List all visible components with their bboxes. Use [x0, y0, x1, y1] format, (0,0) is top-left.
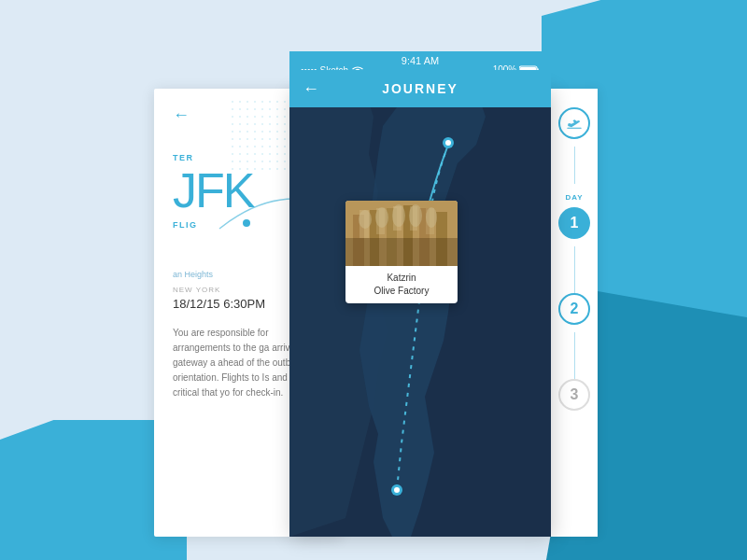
timeline-connector-3	[574, 332, 575, 379]
popup-location-sub: Olive Factory	[353, 285, 450, 298]
right-timeline-panel: DAY 1 2 3	[551, 89, 598, 537]
popup-label: Katzrin Olive Factory	[345, 266, 458, 303]
day-3-bubble[interactable]: 3	[558, 379, 590, 411]
status-time: 9:41 AM	[402, 55, 439, 66]
day-1-bubble[interactable]: 1	[558, 207, 590, 239]
day-2-bubble[interactable]: 2	[558, 293, 590, 325]
back-button-left[interactable]: ←	[173, 105, 190, 125]
timeline-connector-2	[574, 246, 575, 293]
back-button[interactable]: ←	[303, 79, 319, 99]
popup-location-name: Katzrin	[353, 272, 450, 285]
page-title: JOURNEY	[382, 81, 458, 96]
svg-rect-25	[410, 206, 417, 231]
nav-bar: ← JOURNEY	[289, 70, 551, 107]
svg-rect-21	[345, 238, 458, 266]
svg-rect-22	[359, 210, 369, 238]
map-svg	[289, 89, 551, 537]
svg-rect-26	[426, 208, 434, 234]
svg-rect-24	[393, 206, 402, 231]
timeline-connector-1	[574, 147, 575, 184]
svg-point-5	[394, 487, 400, 493]
plane-landing-icon	[566, 115, 583, 132]
transport-icon	[558, 107, 590, 139]
svg-rect-23	[376, 208, 385, 234]
popup-image	[345, 201, 458, 266]
location-popup[interactable]: Katzrin Olive Factory	[345, 201, 458, 303]
arch-svg	[345, 201, 458, 266]
route-dot	[243, 219, 250, 227]
day-label: DAY	[565, 193, 583, 202]
heights-label: an Heights	[173, 270, 213, 279]
map-panel: Katzrin Olive Factory	[289, 89, 551, 537]
svg-point-3	[445, 140, 451, 146]
